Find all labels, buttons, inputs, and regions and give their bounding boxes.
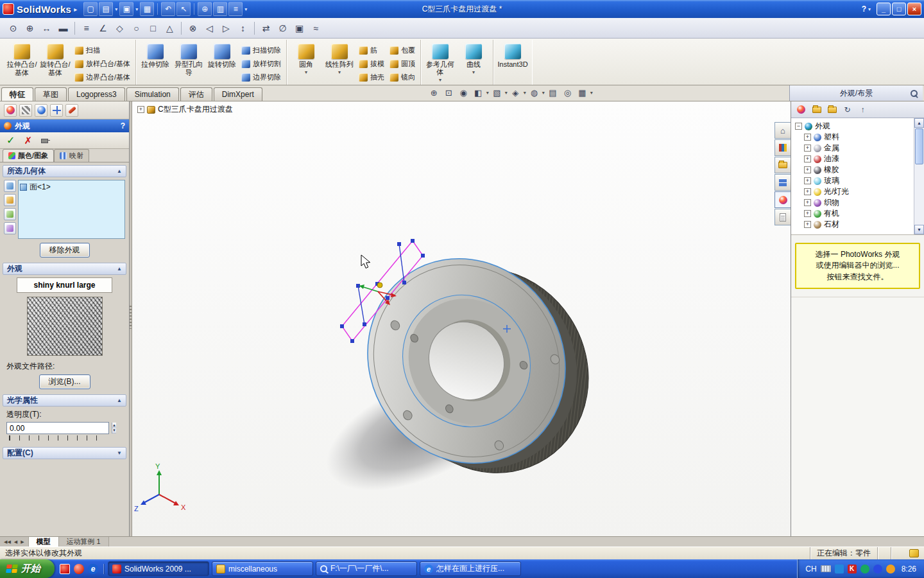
cancel-button[interactable]: ✗ — [24, 135, 32, 146]
tree-expand-icon[interactable]: + — [804, 210, 811, 217]
collapse-icon[interactable]: ▲ — [117, 266, 122, 272]
datum-icon[interactable]: ◇ — [112, 20, 128, 36]
display-style-icon[interactable]: ◈ — [509, 86, 522, 99]
quicklaunch-solidworks-icon[interactable] — [60, 564, 70, 574]
tree-expand-icon[interactable]: + — [804, 221, 811, 228]
baseline-dimension-icon[interactable]: ▬ — [55, 20, 71, 36]
first-tab-icon[interactable]: ◀◀ — [3, 539, 12, 545]
tree-expand-icon[interactable]: + — [804, 177, 811, 184]
tab-evaluate[interactable]: 评估 — [180, 87, 212, 101]
tree-expand-icon[interactable]: + — [804, 166, 811, 173]
instant3d-button[interactable]: Instant3D — [496, 41, 529, 83]
tree-root-appearances[interactable]: − 外观 — [795, 121, 912, 132]
tree-item-fabric[interactable]: + 织物 — [795, 197, 912, 208]
block-icon[interactable]: ↕ — [235, 20, 251, 36]
transparency-input[interactable] — [7, 423, 112, 434]
extrude-boss-button[interactable]: 拉伸凸台/基体 — [5, 41, 38, 83]
next-tab-icon[interactable]: ▶ — [19, 539, 25, 545]
tab-color-image[interactable]: 颜色/图象 — [3, 149, 54, 162]
revision-icon[interactable]: ∅ — [275, 20, 291, 36]
hide-show-dropdown-icon[interactable]: ▾ — [542, 90, 545, 96]
quicklaunch-ie-icon[interactable]: e — [88, 564, 98, 574]
tree-item-rubber[interactable]: + 橡胶 — [795, 164, 912, 175]
minimize-button[interactable]: _ — [877, 3, 891, 15]
pushpin-icon[interactable] — [910, 89, 918, 97]
quick-tips-icon[interactable] — [909, 549, 919, 557]
select-body-icon[interactable] — [4, 194, 16, 206]
ime-language-indicator[interactable]: CH — [805, 565, 816, 574]
orientation-dropdown-icon[interactable]: ▾ — [505, 90, 508, 96]
pattern-dropdown-icon[interactable]: ▾ — [338, 69, 341, 75]
expand-icon[interactable]: ▼ — [117, 450, 122, 456]
tree-expand-icon[interactable]: + — [804, 134, 811, 141]
fillet-dropdown-icon[interactable]: ▾ — [305, 69, 307, 75]
ok-button[interactable]: ✓ — [6, 134, 15, 146]
print-icon[interactable]: ▦ — [140, 2, 154, 16]
weld-symbol-icon[interactable]: △ — [162, 20, 178, 36]
tree-item-paint[interactable]: + 油漆 — [795, 153, 912, 164]
view-settings-icon[interactable]: ▦ — [576, 86, 589, 99]
remove-appearance-button[interactable]: 移除外观 — [40, 243, 90, 258]
surface-finish-icon[interactable]: □ — [145, 20, 161, 36]
extrude-cut-button[interactable]: 拉伸切除 — [139, 41, 172, 83]
file-explorer-tab[interactable] — [774, 157, 791, 173]
select-icon[interactable]: ↖ — [176, 2, 191, 16]
view-settings-dropdown-icon[interactable]: ▾ — [590, 90, 593, 96]
add-folder-icon[interactable] — [826, 103, 838, 116]
options-icon[interactable]: ≡ — [228, 2, 243, 16]
transparency-slider[interactable] — [9, 435, 105, 441]
optical-properties-header[interactable]: 光学属性 ▲ — [3, 394, 126, 407]
zoom-fit-icon[interactable]: ⊕ — [427, 86, 441, 99]
save-dropdown-icon[interactable]: ▾ — [135, 6, 138, 12]
appearance-header[interactable]: 外观 ▲ — [3, 263, 126, 275]
boundary-cut-button[interactable]: 边界切除 — [239, 71, 284, 83]
sweep-button[interactable]: 扫描 — [72, 44, 133, 57]
tree-expand-icon[interactable]: + — [137, 106, 144, 113]
help-button[interactable]: ? ▾ — [858, 3, 875, 15]
keep-visible-pin-icon[interactable] — [41, 137, 50, 144]
select-face-icon[interactable] — [4, 180, 16, 192]
appearances-scenes-tab[interactable] — [774, 191, 791, 208]
tab-dimxpert[interactable]: DimXpert — [214, 87, 262, 101]
collapse-icon[interactable]: ▲ — [117, 168, 122, 174]
close-button[interactable]: × — [907, 3, 921, 15]
new-document-icon[interactable]: ▢ — [83, 2, 98, 16]
task-browser-window[interactable]: e 怎样在面上进行压... — [420, 561, 521, 576]
selection-filter-icon[interactable] — [4, 222, 16, 234]
textures-tab-icon[interactable] — [19, 104, 32, 117]
horizontal-dimension-icon[interactable]: ⊕ — [22, 20, 38, 36]
tab-mapping[interactable]: 映射 — [54, 149, 89, 162]
open-document-icon[interactable]: ▤ — [99, 2, 113, 16]
task-solidworks[interactable]: SolidWorks 2009 ... — [108, 561, 209, 576]
display-style-dropdown-icon[interactable]: ▾ — [524, 90, 526, 96]
graphics-area[interactable]: + C型三爪卡盘用过渡盘 — [132, 101, 791, 536]
rebuild-icon[interactable]: ⊕ — [198, 2, 212, 16]
tree-expand-icon[interactable]: + — [804, 144, 811, 152]
scene-tab-icon[interactable] — [35, 104, 47, 117]
tab-logopress3[interactable]: Logopress3 — [68, 87, 125, 101]
configurations-header[interactable]: 配置(C) ▼ — [3, 447, 126, 459]
view-orientation-icon[interactable]: ▧ — [490, 86, 504, 99]
list-item[interactable]: 面<1> — [20, 182, 123, 193]
loft-cut-button[interactable]: 放样切割 — [239, 57, 284, 70]
tree-expand-icon[interactable]: + — [804, 199, 811, 206]
save-icon[interactable]: ▣ — [119, 2, 133, 16]
tree-item-plastic[interactable]: + 塑料 — [795, 132, 912, 143]
design-library-tab[interactable] — [774, 139, 791, 156]
spin-down-icon[interactable]: ▼ — [112, 428, 116, 434]
appearances-tree[interactable]: − 外观 + 塑料 + 金属 + 油漆 — [791, 118, 924, 235]
tree-item-organic[interactable]: + 有机 — [795, 208, 912, 219]
wrap-button[interactable]: 包覆 — [387, 44, 418, 57]
restore-button[interactable]: □ — [892, 3, 906, 15]
tab-model[interactable]: 模型 — [29, 537, 59, 547]
tab-features[interactable]: 特征 — [1, 87, 33, 101]
options-dropdown-icon[interactable]: ▾ — [244, 6, 247, 12]
tree-expand-icon[interactable]: + — [804, 155, 811, 162]
tolerance-icon[interactable]: ○ — [128, 20, 144, 36]
scroll-up-icon[interactable]: ▲ — [914, 118, 924, 128]
section-dropdown-icon[interactable]: ▾ — [486, 90, 489, 96]
area-hatch-icon[interactable]: ▷ — [218, 20, 234, 36]
settings-tab-icon[interactable] — [65, 104, 78, 117]
mirror-button[interactable]: 镜向 — [387, 71, 418, 83]
collapse-icon[interactable]: ▲ — [117, 398, 122, 403]
